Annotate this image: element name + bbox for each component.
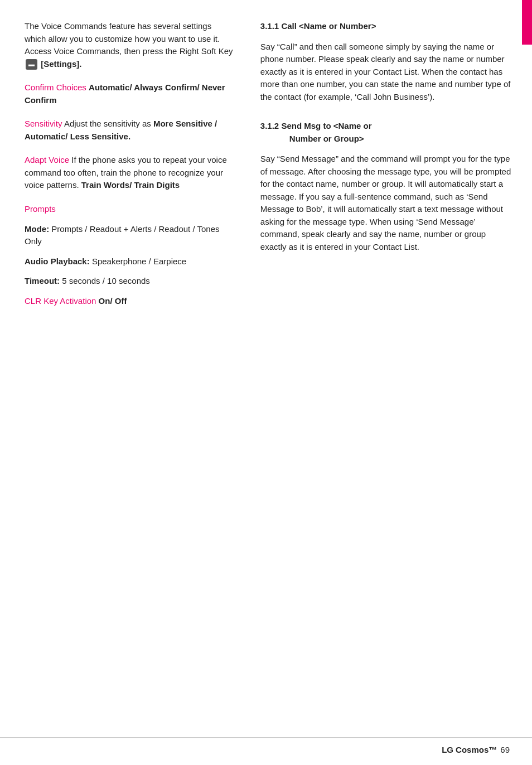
sensitivity-heading: Sensitivity xyxy=(25,119,62,128)
prompts-heading: Prompts xyxy=(25,203,234,216)
section-311-body: Say “Call” and then call someone simply … xyxy=(260,41,512,104)
confirm-choices-block: Confirm Choices Automatic/ Always Confir… xyxy=(25,81,234,106)
sensitivity-body: Adjust the sensitivity as xyxy=(64,119,151,128)
mode-label: Mode: xyxy=(25,224,49,234)
section-312-heading: 3.1.2 Send Msg to <Name or Number or Gro… xyxy=(260,120,512,145)
clr-value: On/ Off xyxy=(99,296,127,306)
settings-label: [Settings]. xyxy=(41,59,81,69)
section-312-body: Say “Send Message” and the command will … xyxy=(260,153,512,253)
page: The Voice Commands feature has several s… xyxy=(0,0,532,765)
pink-tab-decoration xyxy=(522,0,532,45)
content-area: The Voice Commands feature has several s… xyxy=(0,0,532,737)
sensitivity-para: Sensitivity Adjust the sensitivity as Mo… xyxy=(25,118,234,143)
confirm-choices-heading: Confirm Choices xyxy=(25,83,86,92)
section-312-title-line1: Send Msg to <Name or xyxy=(281,121,371,130)
timeout-value: 5 seconds / 10 seconds xyxy=(62,276,150,285)
intro-block: The Voice Commands feature has several s… xyxy=(25,20,234,70)
clr-key-block: CLR Key Activation On/ Off xyxy=(25,295,234,307)
sensitivity-block: Sensitivity Adjust the sensitivity as Mo… xyxy=(25,118,234,143)
left-column: The Voice Commands feature has several s… xyxy=(0,20,245,737)
mode-value: Prompts / Readout + Alerts / Readout / T… xyxy=(25,224,220,246)
audio-label: Audio Playback: xyxy=(25,256,90,266)
section-311-title: Call <Name or Number> xyxy=(281,21,376,31)
adapt-voice-para: Adapt Voice If the phone asks you to rep… xyxy=(25,154,234,192)
section-312-block: 3.1.2 Send Msg to <Name or Number or Gro… xyxy=(260,120,512,253)
audio-value: Speakerphone / Earpiece xyxy=(92,256,186,266)
section-311-heading: 3.1.1 Call <Name or Number> xyxy=(260,20,512,33)
audio-playback-block: Audio Playback: Speakerphone / Earpiece xyxy=(25,255,234,268)
section-312-title-line2: Number or Group> xyxy=(260,133,364,146)
footer-page-number: 69 xyxy=(500,744,510,756)
section-311-number: 3.1.1 xyxy=(260,21,279,31)
mode-block: Mode: Prompts / Readout + Alerts / Reado… xyxy=(25,223,234,248)
clr-heading: CLR Key Activation xyxy=(25,296,96,306)
timeout-block: Timeout: 5 seconds / 10 seconds xyxy=(25,275,234,287)
footer: LG Cosmos™ 69 xyxy=(0,738,532,765)
footer-brand: LG Cosmos™ xyxy=(442,744,497,756)
right-column: 3.1.1 Call <Name or Number> Say “Call” a… xyxy=(245,20,532,737)
timeout-label: Timeout: xyxy=(25,276,60,285)
adapt-voice-bold: Train Words/ Train Digits xyxy=(81,180,180,190)
section-311-block: 3.1.1 Call <Name or Number> Say “Call” a… xyxy=(260,20,512,103)
adapt-voice-block: Adapt Voice If the phone asks you to rep… xyxy=(25,154,234,192)
softkey-icon: ▬ xyxy=(26,59,37,70)
intro-text: The Voice Commands feature has several s… xyxy=(25,21,233,56)
section-312-number: 3.1.2 xyxy=(260,121,279,130)
adapt-voice-heading: Adapt Voice xyxy=(25,155,69,164)
confirm-choices-para: Confirm Choices Automatic/ Always Confir… xyxy=(25,81,234,106)
prompts-block: Prompts Mode: Prompts / Readout + Alerts… xyxy=(25,203,234,307)
